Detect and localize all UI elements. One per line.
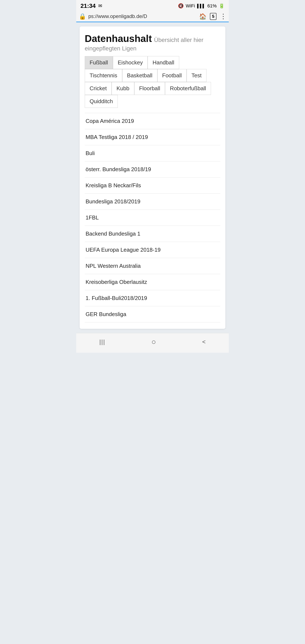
tab-row-2: Tischtennis Basketball Football Test [85, 69, 220, 82]
list-item[interactable]: NPL Western Australia [85, 258, 220, 274]
page-subtitle-part2: eingepflegten Ligen [85, 45, 220, 52]
tab-kubb[interactable]: Kubb [112, 82, 134, 95]
bottom-nav: ||| ○ < [76, 333, 229, 353]
mute-icon: 🔇 [178, 3, 184, 9]
tab-cricket[interactable]: Cricket [85, 82, 112, 95]
page-title-section: DatenhaushaltÜbersicht aller hier eingep… [85, 33, 220, 52]
status-bar: 21:34 ✉ 🔇 WiFi ▌▌▌ 61% 🔋 [76, 0, 229, 11]
address-bar: 🔒 ps://www.openligadb.de/D 🏠 5 ⋮ [76, 11, 229, 22]
tab-quidditch[interactable]: Quidditch [85, 95, 118, 108]
tab-row-3: Cricket Kubb Floorball Roboterfußball [85, 82, 220, 95]
list-item[interactable]: Buli [85, 145, 220, 162]
tab-eishockey[interactable]: Eishockey [113, 56, 148, 69]
tab-row-4: Quidditch [85, 95, 220, 108]
filter-tabs: Fußball Eishockey Handball Tischtennis B… [85, 56, 220, 108]
more-menu-icon[interactable]: ⋮ [220, 12, 226, 20]
list-item[interactable]: Kreisliga B Neckar/Fils [85, 178, 220, 194]
tab-row-1: Fußball Eishockey Handball [85, 56, 220, 69]
list-item[interactable]: Copa América 2019 [85, 113, 220, 129]
league-list: Copa América 2019 MBA Testliga 2018 / 20… [85, 113, 220, 322]
list-item[interactable]: Bundesliga 2018/2019 [85, 194, 220, 210]
battery-percent: 61% [207, 3, 217, 9]
tab-test[interactable]: Test [186, 69, 206, 82]
battery-icon: 🔋 [219, 3, 224, 9]
nav-menu-icon[interactable]: ||| [99, 338, 105, 345]
browser-actions: 🏠 5 ⋮ [199, 12, 226, 20]
signal-icon: ▌▌▌ [197, 4, 205, 8]
url-text[interactable]: ps://www.openligadb.de/D [88, 13, 197, 19]
tab-basketball[interactable]: Basketball [122, 69, 157, 82]
status-time: 21:34 [80, 2, 96, 9]
tab-football[interactable]: Football [157, 69, 187, 82]
page-title: Datenhaushalt [85, 33, 152, 44]
tab-tischtennis[interactable]: Tischtennis [85, 69, 122, 82]
tab-count[interactable]: 5 [210, 13, 216, 20]
tab-roboterfussball[interactable]: Roboterfußball [165, 82, 211, 95]
mail-icon: ✉ [98, 3, 102, 9]
list-item[interactable]: 1. Fußball-Buli2018/2019 [85, 290, 220, 306]
list-item[interactable]: Kreisoberliga Oberlausitz [85, 274, 220, 290]
page-subtitle-part1: Übersicht aller hier [154, 37, 203, 43]
tab-floorball[interactable]: Floorball [134, 82, 165, 95]
tab-handball[interactable]: Handball [148, 56, 179, 69]
nav-back-icon[interactable]: < [202, 338, 206, 345]
list-item[interactable]: 1FBL [85, 210, 220, 226]
list-item[interactable]: österr. Bundesliga 2018/19 [85, 162, 220, 178]
list-item[interactable]: UEFA Europa League 2018-19 [85, 242, 220, 258]
list-item[interactable]: GER Bundesliga [85, 306, 220, 322]
lock-icon: 🔒 [79, 13, 86, 20]
list-item[interactable]: Backend Bundesliga 1 [85, 226, 220, 242]
main-content: DatenhaushaltÜbersicht aller hier eingep… [76, 22, 229, 333]
content-card: DatenhaushaltÜbersicht aller hier eingep… [80, 26, 225, 329]
wifi-icon: WiFi [186, 3, 195, 9]
home-icon[interactable]: 🏠 [199, 13, 206, 20]
tab-fussball[interactable]: Fußball [85, 56, 113, 69]
list-item[interactable]: MBA Testliga 2018 / 2019 [85, 129, 220, 145]
nav-home-icon[interactable]: ○ [152, 338, 156, 346]
status-icons: 🔇 WiFi ▌▌▌ 61% 🔋 [178, 3, 224, 9]
